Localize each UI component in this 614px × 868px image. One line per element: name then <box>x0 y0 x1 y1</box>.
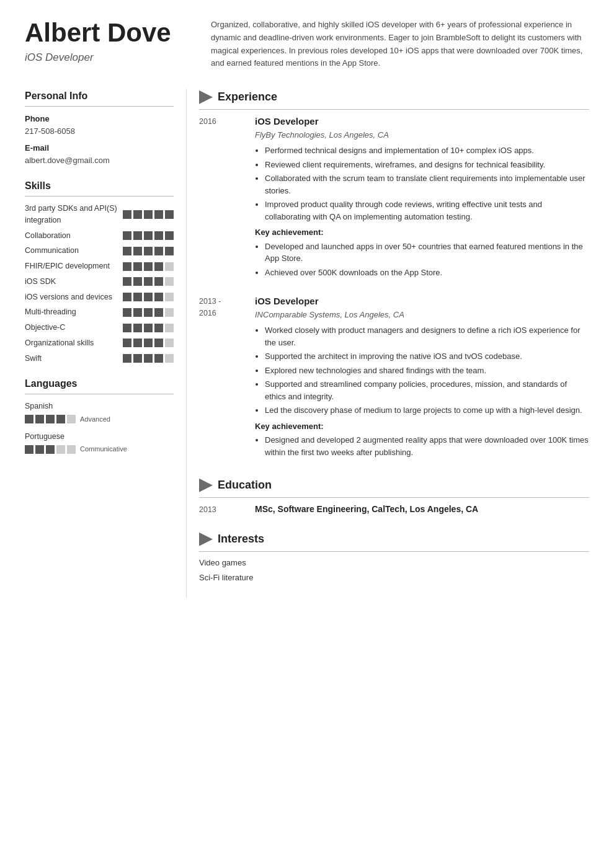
skill-bar <box>154 277 163 286</box>
skill-bar <box>154 324 163 332</box>
skill-bars <box>123 324 174 332</box>
languages-list: SpanishAdvancedPortugueseCommunicative <box>25 401 174 454</box>
experience-company: INComparable Systems, Los Angeles, CA <box>255 309 589 321</box>
skill-bar <box>154 210 163 219</box>
experience-job-title: iOS Developer <box>255 294 589 309</box>
experience-bullet: Worked closely with product managers and… <box>265 324 589 348</box>
language-bar <box>67 445 76 454</box>
skill-bar <box>123 354 131 363</box>
language-row: SpanishAdvanced <box>25 401 174 424</box>
skill-bar <box>144 339 153 347</box>
experience-bullet: Performed technical designs and implemen… <box>265 144 589 157</box>
skill-bar <box>165 262 174 271</box>
experience-entry: 2013 - 2016iOS DeveloperINComparable Sys… <box>199 294 589 462</box>
language-bar <box>56 445 65 454</box>
education-title-text: Education <box>218 477 272 494</box>
skill-name: Multi-threading <box>25 306 123 318</box>
skill-bar <box>133 354 142 363</box>
skill-name: Swift <box>25 353 123 365</box>
experience-bullet: Reviewed client requirements, wireframes… <box>265 159 589 171</box>
skill-bar <box>144 231 153 240</box>
skill-bar <box>123 324 131 332</box>
interest-item: Sci-Fi literature <box>199 572 589 584</box>
skill-bars <box>123 247 174 255</box>
main-content: Personal Info Phone 217-508-6058 E-mail … <box>25 89 589 598</box>
personal-info-title: Personal Info <box>25 89 174 107</box>
skill-bar <box>133 262 142 271</box>
skill-bar <box>165 354 174 363</box>
skill-bar <box>133 339 142 347</box>
skill-row: Swift <box>25 353 174 365</box>
language-bar <box>46 415 55 423</box>
skill-bars <box>123 277 174 286</box>
skill-bars <box>123 210 174 219</box>
language-name: Portuguese <box>25 431 174 443</box>
skill-bar <box>123 210 131 219</box>
languages-title: Languages <box>25 376 174 394</box>
skill-bar <box>165 324 174 332</box>
skill-bar <box>144 324 153 332</box>
skill-bar <box>144 262 153 271</box>
experience-bullet: Led the discovery phase of medium to lar… <box>265 404 589 417</box>
skill-bar <box>165 308 174 317</box>
experience-date: 2013 - 2016 <box>199 294 242 462</box>
language-bars-row: Advanced <box>25 414 174 425</box>
language-bars-row: Communicative <box>25 444 174 454</box>
skill-row: iOS SDK <box>25 276 174 288</box>
experience-bullet: Improved product quality through code re… <box>265 198 589 223</box>
skill-bar <box>165 210 174 219</box>
key-achievement-label: Key achievement: <box>255 226 589 239</box>
skill-bar <box>154 339 163 347</box>
skill-bar <box>133 308 142 317</box>
language-bar <box>25 445 33 454</box>
candidate-title: iOS Developer <box>25 50 186 66</box>
skill-name: Collaboration <box>25 230 123 242</box>
language-bar <box>67 415 76 423</box>
education-section: Education 2013MSc, Software Engineering,… <box>199 477 589 516</box>
skill-row: FHIR/EPIC development <box>25 260 174 272</box>
language-bar <box>35 445 44 454</box>
candidate-name: Albert Dove <box>25 19 186 47</box>
experience-bullet: Supported and streamlined company polici… <box>265 378 589 402</box>
skill-bars <box>123 231 174 240</box>
education-date: 2013 <box>199 503 242 516</box>
education-degree: MSc, Software Engineering, CalTech, Los … <box>255 503 478 516</box>
skill-bar <box>154 231 163 240</box>
skill-name: iOS SDK <box>25 276 123 288</box>
skill-bar <box>123 339 131 347</box>
achievement-bullet: Designed and developed 2 augmented reali… <box>265 434 589 458</box>
experience-bullets: Worked closely with product managers and… <box>255 324 589 417</box>
skill-row: iOS versions and devices <box>25 291 174 303</box>
experience-icon <box>199 91 213 104</box>
achievement-bullet: Achieved over 500K downloads on the App … <box>265 267 589 279</box>
key-achievement-label: Key achievement: <box>255 420 589 433</box>
candidate-summary: Organized, collaborative, and highly ski… <box>211 19 589 70</box>
skill-bar <box>123 231 131 240</box>
experience-entry: 2016iOS DeveloperFlyBy Technologies, Los… <box>199 115 589 282</box>
skill-row: Organizational skills <box>25 337 174 349</box>
experience-title-text: Experience <box>218 89 277 105</box>
language-name: Spanish <box>25 401 174 412</box>
experience-job-title: iOS Developer <box>255 115 589 129</box>
email-value: albert.dove@gmail.com <box>25 154 174 167</box>
header-left: Albert Dove iOS Developer <box>25 19 186 66</box>
skill-bar <box>133 247 142 255</box>
education-list: 2013MSc, Software Engineering, CalTech, … <box>199 503 589 516</box>
experience-title: Experience <box>199 89 589 110</box>
language-bar <box>25 415 33 423</box>
resume-header: Albert Dove iOS Developer Organized, col… <box>25 19 589 70</box>
education-icon <box>199 479 213 492</box>
skill-name: Communication <box>25 245 123 257</box>
skill-name: iOS versions and devices <box>25 291 123 303</box>
skill-name: 3rd party SDKs and API(S) integration <box>25 203 123 226</box>
experience-section: Experience 2016iOS DeveloperFlyBy Techno… <box>199 89 589 462</box>
phone-label: Phone <box>25 113 174 125</box>
skill-bar <box>133 277 142 286</box>
interests-section: Interests Video gamesSci-Fi literature <box>199 531 589 583</box>
interest-item: Video games <box>199 557 589 569</box>
skill-bar <box>144 293 153 301</box>
skill-row: Communication <box>25 245 174 257</box>
skill-bar <box>165 339 174 347</box>
interests-list: Video gamesSci-Fi literature <box>199 557 589 583</box>
skill-bar <box>154 354 163 363</box>
